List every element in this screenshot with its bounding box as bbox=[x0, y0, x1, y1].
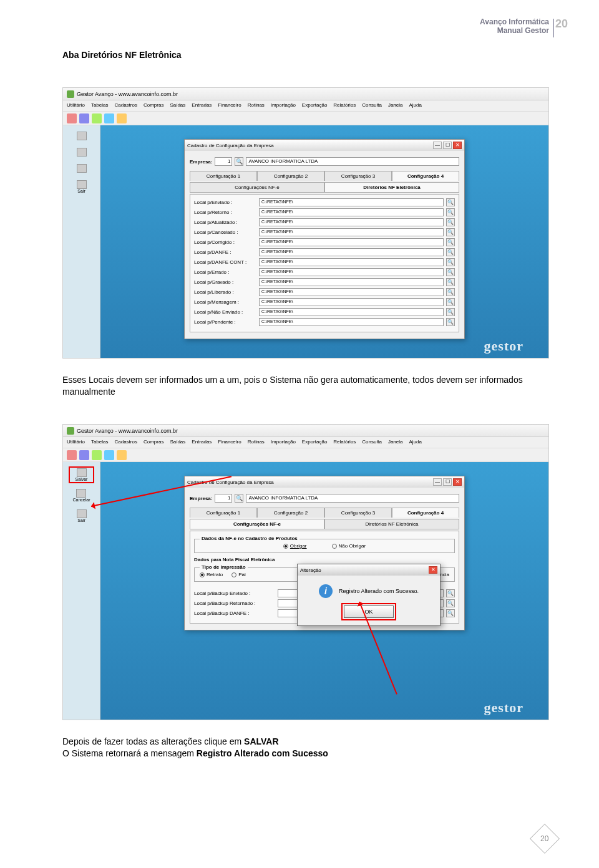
search-icon[interactable]: 🔍 bbox=[446, 238, 455, 246]
field-input[interactable]: C:\RETAG\NFE\ bbox=[259, 228, 444, 236]
field-input[interactable]: C:\RETAG\NFE\ bbox=[259, 218, 444, 226]
tab-config-3[interactable]: Configuração 3 bbox=[324, 508, 392, 518]
search-icon[interactable]: 🔍 bbox=[446, 258, 455, 266]
menu-item[interactable]: Utilitário bbox=[67, 102, 85, 109]
menu-item[interactable]: Janela bbox=[388, 439, 403, 446]
menu-item[interactable]: Ajuda bbox=[409, 439, 422, 446]
field-input[interactable]: C:\RETAG\NFE\ bbox=[259, 308, 444, 316]
search-icon[interactable]: 🔍 bbox=[446, 278, 455, 286]
field-input[interactable]: C:\RETAG\NFE\ bbox=[259, 238, 444, 246]
menu-item[interactable]: Financeiro bbox=[218, 102, 241, 109]
tab-config-1[interactable]: Configuração 1 bbox=[190, 508, 257, 518]
empresa-num[interactable]: 1 bbox=[215, 494, 232, 503]
menu-item[interactable]: Saídas bbox=[170, 439, 185, 446]
menu-item[interactable]: Tabelas bbox=[91, 439, 109, 446]
field-input[interactable]: C:\RETAG\NFE\ bbox=[259, 318, 444, 326]
maximize-icon[interactable]: ☐ bbox=[443, 142, 452, 149]
field-input[interactable]: C:\RETAG\NFE\ bbox=[259, 288, 444, 296]
menu-item[interactable]: Compras bbox=[144, 102, 163, 109]
search-icon[interactable]: 🔍 bbox=[446, 248, 455, 256]
field-input[interactable]: C:\RETAG\NFE\ bbox=[259, 258, 444, 266]
toolbar-icon[interactable] bbox=[92, 450, 102, 460]
menu-item[interactable]: Relatórios bbox=[333, 102, 356, 109]
search-icon[interactable]: 🔍 bbox=[446, 198, 455, 206]
sidebar-item[interactable] bbox=[75, 163, 88, 174]
sidebar-item-cancelar[interactable]: Cancelar bbox=[71, 488, 91, 503]
field-input[interactable]: C:\RETAG\NFE\ bbox=[259, 268, 444, 276]
tab-config-2[interactable]: Configuração 2 bbox=[257, 508, 324, 518]
subtab-diretorios[interactable]: Diretórios NF Eletrônica bbox=[324, 519, 459, 529]
search-icon[interactable]: 🔍 bbox=[446, 218, 455, 226]
sidebar-item-sair[interactable]: Sair bbox=[75, 179, 88, 195]
menu-item[interactable]: Saídas bbox=[170, 102, 185, 109]
menu-item[interactable]: Rotinas bbox=[248, 439, 265, 446]
radio-nao-obrigar[interactable]: Não Obrigar bbox=[332, 543, 366, 549]
sidebar-item[interactable] bbox=[75, 147, 88, 158]
search-icon[interactable]: 🔍 bbox=[446, 268, 455, 276]
toolbar-icon[interactable] bbox=[92, 113, 102, 123]
toolbar-icon[interactable] bbox=[104, 113, 114, 123]
menu-item[interactable]: Consulta bbox=[362, 102, 382, 109]
menu-item[interactable]: Janela bbox=[388, 102, 403, 109]
menu-item[interactable]: Importação bbox=[271, 102, 296, 109]
menu-item[interactable]: Consulta bbox=[362, 439, 382, 446]
close-icon[interactable]: ✕ bbox=[453, 142, 462, 149]
toolbar-icon[interactable] bbox=[79, 450, 89, 460]
sidebar-item-salvar[interactable]: Salvar bbox=[69, 467, 94, 483]
menu-item[interactable]: Exportação bbox=[302, 439, 327, 446]
app-menubar[interactable]: Utilitário Tabelas Cadastros Compras Saí… bbox=[63, 100, 548, 112]
search-icon[interactable]: 🔍 bbox=[235, 157, 243, 166]
search-icon[interactable]: 🔍 bbox=[235, 494, 243, 503]
search-icon[interactable]: 🔍 bbox=[446, 208, 455, 216]
search-icon[interactable]: 🔍 bbox=[446, 599, 455, 607]
subtab-config-nfe[interactable]: Configurações NF-e bbox=[190, 519, 324, 529]
tab-config-4[interactable]: Configuração 4 bbox=[392, 508, 459, 518]
tab-config-4[interactable]: Configuração 4 bbox=[392, 171, 459, 181]
toolbar-icon[interactable] bbox=[67, 113, 77, 123]
close-icon[interactable]: ✕ bbox=[429, 566, 437, 574]
field-input[interactable]: C:\RETAG\NFE\ bbox=[259, 208, 444, 216]
tab-config-3[interactable]: Configuração 3 bbox=[324, 171, 392, 181]
toolbar-icon[interactable] bbox=[104, 450, 114, 460]
menu-item[interactable]: Cadastros bbox=[114, 102, 137, 109]
menu-item[interactable]: Utilitário bbox=[67, 439, 85, 446]
menu-item[interactable]: Ajuda bbox=[409, 102, 422, 109]
search-icon[interactable]: 🔍 bbox=[446, 609, 455, 617]
toolbar-icon[interactable] bbox=[117, 113, 127, 123]
search-icon[interactable]: 🔍 bbox=[446, 288, 455, 296]
sidebar-item-sair[interactable]: Sair bbox=[75, 508, 88, 524]
toolbar-icon[interactable] bbox=[67, 450, 77, 460]
tab-config-1[interactable]: Configuração 1 bbox=[190, 171, 257, 181]
search-icon[interactable]: 🔍 bbox=[446, 318, 455, 326]
radio-pai[interactable]: Pai bbox=[231, 572, 246, 577]
menu-item[interactable]: Importação bbox=[271, 439, 296, 446]
search-icon[interactable]: 🔍 bbox=[446, 589, 455, 597]
subtab-diretorios[interactable]: Diretórios NF Eletrônica bbox=[324, 182, 459, 193]
menu-item[interactable]: Financeiro bbox=[218, 439, 241, 446]
empresa-num[interactable]: 1 bbox=[215, 157, 232, 166]
menu-item[interactable]: Compras bbox=[144, 439, 163, 446]
menu-item[interactable]: Relatórios bbox=[333, 439, 356, 446]
menu-item[interactable]: Cadastros bbox=[114, 439, 137, 446]
toolbar-icon[interactable] bbox=[117, 450, 127, 460]
radio-obrigar[interactable]: Obrigar bbox=[283, 543, 307, 549]
sidebar-item[interactable] bbox=[75, 130, 88, 142]
search-icon[interactable]: 🔍 bbox=[446, 308, 455, 316]
menu-item[interactable]: Exportação bbox=[302, 102, 327, 109]
menu-item[interactable]: Tabelas bbox=[91, 102, 109, 109]
menu-item[interactable]: Rotinas bbox=[248, 102, 265, 109]
tab-config-2[interactable]: Configuração 2 bbox=[257, 171, 324, 181]
ok-button[interactable]: OK bbox=[344, 605, 394, 618]
radio-retrato[interactable]: Retrato bbox=[200, 572, 223, 577]
field-input[interactable]: C:\RETAG\NFE\ bbox=[259, 298, 444, 306]
app-menubar[interactable]: Utilitário Tabelas Cadastros Compras Saí… bbox=[63, 437, 548, 448]
minimize-icon[interactable]: — bbox=[433, 142, 442, 149]
search-icon[interactable]: 🔍 bbox=[446, 228, 455, 236]
field-input[interactable]: C:\RETAG\NFE\ bbox=[259, 248, 444, 256]
field-input[interactable]: C:\RETAG\NFE\ bbox=[259, 198, 444, 206]
menu-item[interactable]: Entradas bbox=[192, 439, 212, 446]
toolbar-icon[interactable] bbox=[79, 113, 89, 123]
search-icon[interactable]: 🔍 bbox=[446, 298, 455, 306]
close-icon[interactable]: ✕ bbox=[453, 478, 462, 486]
maximize-icon[interactable]: ☐ bbox=[443, 478, 452, 486]
